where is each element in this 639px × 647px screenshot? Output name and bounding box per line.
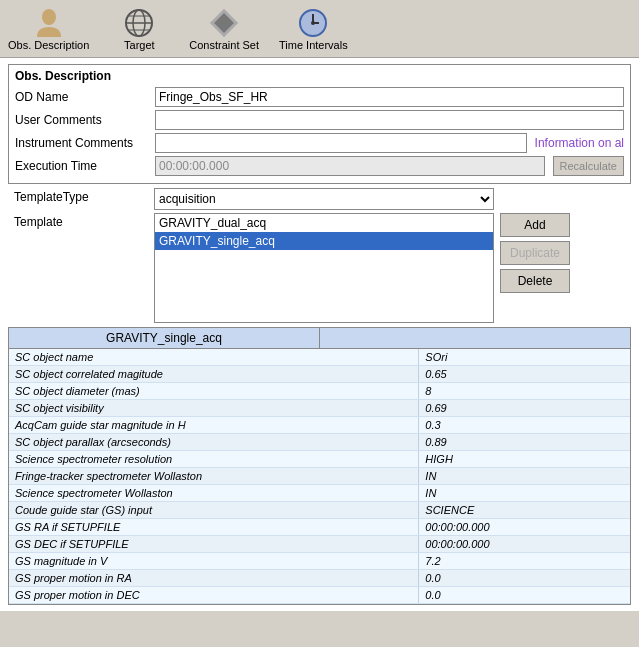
table-cell-name: SC object diameter (mas) [9, 383, 419, 399]
od-name-input[interactable] [155, 87, 624, 107]
execution-time-row: Execution Time Recalculate [15, 156, 624, 176]
recalculate-button[interactable]: Recalculate [553, 156, 624, 176]
table-cell-name: SC object visibility [9, 400, 419, 416]
table-cell-value: 0.69 [419, 400, 630, 416]
toolbar-label-constraint: Constraint Set [189, 39, 259, 51]
toolbar-label-target: Target [124, 39, 155, 51]
toolbar-item-obs-description[interactable]: Obs. Description [8, 7, 89, 51]
table-cell-name: Coude guide star (GS) input [9, 502, 419, 518]
table-cell-value: 0.3 [419, 417, 630, 433]
table-row: Science spectrometer resolution HIGH [9, 451, 630, 468]
table-row: AcqCam guide star magnitude in H 0.3 [9, 417, 630, 434]
execution-time-label: Execution Time [15, 159, 155, 173]
list-item[interactable]: GRAVITY_single_acq [155, 232, 493, 250]
toolbar: Obs. Description Target Constraint Set [0, 0, 639, 58]
globe-icon [123, 7, 155, 39]
table-row: GS proper motion in DEC 0.0 [9, 587, 630, 604]
table-row: SC object correlated magitude 0.65 [9, 366, 630, 383]
table-row: Fringe-tracker spectrometer Wollaston IN [9, 468, 630, 485]
table-row: GS DEC if SETUPFILE 00:00:00.000 [9, 536, 630, 553]
template-list-container: GRAVITY_dual_acq GRAVITY_single_acq Add … [154, 213, 570, 323]
table-cell-value: 00:00:00.000 [419, 536, 630, 552]
table-cell-name: Science spectrometer resolution [9, 451, 419, 467]
template-type-select[interactable]: acquisition science calibration [154, 188, 494, 210]
template-type-row: TemplateType acquisition science calibra… [14, 188, 625, 210]
table-row: Science spectrometer Wollaston IN [9, 485, 630, 502]
toolbar-label-obs: Obs. Description [8, 39, 89, 51]
user-comments-row: User Comments [15, 110, 624, 130]
toolbar-item-time-intervals[interactable]: Time Intervals [279, 7, 348, 51]
table-row: GS RA if SETUPFILE 00:00:00.000 [9, 519, 630, 536]
table-row: SC object visibility 0.69 [9, 400, 630, 417]
table-cell-name: SC object name [9, 349, 419, 365]
od-name-label: OD Name [15, 90, 155, 104]
table-row: GS proper motion in RA 0.0 [9, 570, 630, 587]
toolbar-item-constraint[interactable]: Constraint Set [189, 7, 259, 51]
table-col1-header: GRAVITY_single_acq [9, 328, 320, 348]
table-cell-value: IN [419, 485, 630, 501]
table-cell-value: 0.0 [419, 570, 630, 586]
table-cell-value: 8 [419, 383, 630, 399]
clock-icon [297, 7, 329, 39]
table-row: GS magnitude in V 7.2 [9, 553, 630, 570]
instrument-comments-row: Instrument Comments Information on al [15, 133, 624, 153]
toolbar-label-time: Time Intervals [279, 39, 348, 51]
table-cell-value: SCIENCE [419, 502, 630, 518]
table-cell-name: AcqCam guide star magnitude in H [9, 417, 419, 433]
template-section: TemplateType acquisition science calibra… [8, 188, 631, 323]
svg-point-11 [311, 21, 315, 25]
table-cell-value: 0.65 [419, 366, 630, 382]
table-cell-name: GS proper motion in RA [9, 570, 419, 586]
table-body: SC object name SOri SC object correlated… [9, 349, 630, 604]
table-col2-header [320, 328, 630, 348]
table-cell-value: 0.89 [419, 434, 630, 450]
template-row: Template GRAVITY_dual_acq GRAVITY_single… [14, 213, 625, 323]
duplicate-button[interactable]: Duplicate [500, 241, 570, 265]
template-buttons: Add Duplicate Delete [500, 213, 570, 293]
table-cell-name: GS DEC if SETUPFILE [9, 536, 419, 552]
instrument-comments-input[interactable] [155, 133, 527, 153]
delete-button[interactable]: Delete [500, 269, 570, 293]
template-type-label: TemplateType [14, 188, 154, 204]
param-table: GRAVITY_single_acq SC object name SOri S… [8, 327, 631, 605]
template-list: GRAVITY_dual_acq GRAVITY_single_acq [154, 213, 494, 323]
table-cell-name: GS RA if SETUPFILE [9, 519, 419, 535]
info-link[interactable]: Information on al [535, 136, 624, 150]
list-item[interactable]: GRAVITY_dual_acq [155, 214, 493, 232]
obs-section-title: Obs. Description [15, 69, 624, 83]
instrument-comments-label: Instrument Comments [15, 136, 155, 150]
table-cell-value: 7.2 [419, 553, 630, 569]
table-cell-value: SOri [419, 349, 630, 365]
table-header: GRAVITY_single_acq [9, 328, 630, 349]
table-cell-value: 0.0 [419, 587, 630, 603]
table-cell-value: HIGH [419, 451, 630, 467]
table-cell-name: GS magnitude in V [9, 553, 419, 569]
table-cell-name: GS proper motion in DEC [9, 587, 419, 603]
obs-description-section: Obs. Description OD Name User Comments I… [8, 64, 631, 184]
table-row: Coude guide star (GS) input SCIENCE [9, 502, 630, 519]
template-label: Template [14, 213, 154, 229]
table-row: SC object name SOri [9, 349, 630, 366]
user-comments-label: User Comments [15, 113, 155, 127]
add-button[interactable]: Add [500, 213, 570, 237]
toolbar-item-target[interactable]: Target [109, 7, 169, 51]
execution-time-input [155, 156, 545, 176]
svg-point-0 [42, 9, 56, 25]
table-cell-name: Fringe-tracker spectrometer Wollaston [9, 468, 419, 484]
od-name-row: OD Name [15, 87, 624, 107]
table-cell-value: 00:00:00.000 [419, 519, 630, 535]
table-cell-value: IN [419, 468, 630, 484]
table-row: SC object diameter (mas) 8 [9, 383, 630, 400]
constraint-icon [208, 7, 240, 39]
table-cell-name: SC object parallax (arcseconds) [9, 434, 419, 450]
table-cell-name: Science spectrometer Wollaston [9, 485, 419, 501]
table-row: SC object parallax (arcseconds) 0.89 [9, 434, 630, 451]
person-icon [33, 7, 65, 39]
table-cell-name: SC object correlated magitude [9, 366, 419, 382]
user-comments-input[interactable] [155, 110, 624, 130]
